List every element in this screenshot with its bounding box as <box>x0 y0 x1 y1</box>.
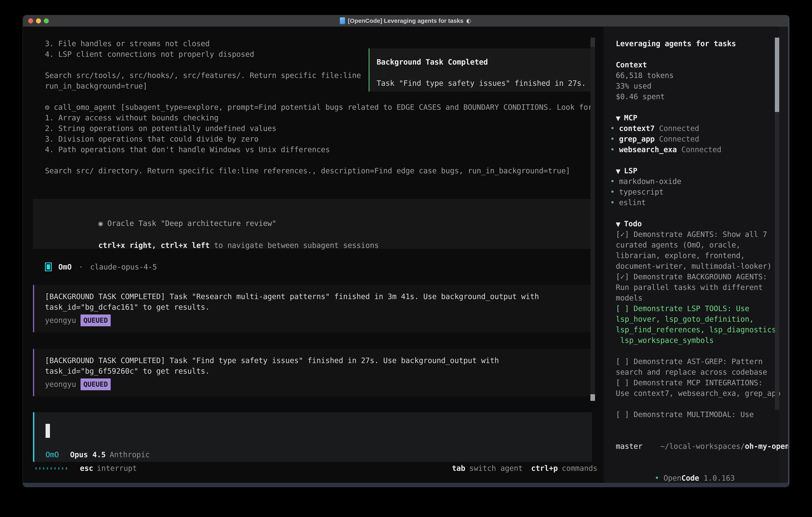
todo-line: [ ] Demonstrate LSP TOOLS: Use <box>616 303 780 314</box>
workspace-branch: master <box>616 441 643 452</box>
todo-line: Run parallel tasks with different <box>616 282 780 293</box>
main-scrollbar-segment[interactable] <box>590 37 595 47</box>
sidebar-scrollbar-thumb[interactable] <box>775 37 779 112</box>
agent-name: OmO <box>58 262 72 272</box>
esc-key-label: interrupt <box>97 463 137 473</box>
sidebar: Leveraging agents for tasks Context 66,5… <box>604 27 788 483</box>
mcp-section-header[interactable]: ▼MCP <box>616 113 637 124</box>
spinner-dot <box>39 467 40 470</box>
status-dot-icon: • <box>610 135 615 143</box>
todo-line: [✓] Demonstrate BACKGROUND AGENTS: <box>616 272 780 282</box>
mcp-item: •websearch_exa Connected <box>610 144 722 155</box>
spinner-dot <box>43 467 45 470</box>
spinner-dot <box>54 467 56 470</box>
status-dot-icon: • <box>655 474 659 483</box>
spinner-dot <box>62 467 63 470</box>
context-stats: 66,518 tokens33% used$0.46 spent <box>616 70 674 102</box>
todo-line: lsp_hover, lsp_goto_definition, <box>616 314 780 324</box>
todo-section-header[interactable]: ▼Todo <box>616 219 642 229</box>
prompt-input[interactable]: OmO Opus 4.5 Anthropic <box>33 412 592 462</box>
status-dot-icon: • <box>610 177 615 186</box>
todo-line: [ ] Demonstrate MCP INTEGRATIONS: <box>616 377 780 388</box>
main-scrollbar-track[interactable] <box>590 37 595 401</box>
todo-line: lsp_find_references, lsp_diagnostics, <box>616 324 780 335</box>
notification-body: Task "Find type safety issues" finished … <box>377 78 586 88</box>
todo-line: [ ] Demonstrate MULTIMODAL: Use <box>616 409 780 420</box>
todo-line: Use context7, websearch_exa, grep_app <box>616 388 780 399</box>
terminal-line: ⚙ call_omo_agent [subagent_type=explore,… <box>45 102 592 113</box>
target-icon: ◉ <box>98 219 103 228</box>
spinner-dot <box>51 467 52 470</box>
input-meta: OmO Opus 4.5 Anthropic <box>46 450 150 460</box>
terminal-line <box>45 91 592 102</box>
status-badge: QUEUED <box>81 315 111 326</box>
document-icon <box>340 18 345 24</box>
todo-line <box>616 399 780 409</box>
todo-line: document-writer, multimodal-looker) <box>616 261 780 272</box>
input-provider: Anthropic <box>110 450 150 460</box>
window-titlebar[interactable]: [OpenCode] Leveraging agents for tasks ◐ <box>23 15 788 27</box>
context-stat-line: $0.46 spent <box>616 91 674 102</box>
status-bar: esc interrupt tab switch agent ctrl+p co… <box>23 463 604 473</box>
todo-line: [✓] Demonstrate AGENTS: Show all 7 <box>616 229 780 240</box>
context-stat-line: 33% used <box>616 81 674 91</box>
input-agent: OmO <box>46 450 59 460</box>
chevron-down-icon: ▼ <box>616 221 620 228</box>
terminal-line: 4. Path operations that don't handle Win… <box>45 144 592 155</box>
sidebar-scrollbar-track[interactable] <box>775 112 779 410</box>
main-scrollbar-thumb[interactable] <box>590 394 595 401</box>
session-title: Leveraging agents for tasks <box>616 38 736 49</box>
background-task-message: [BACKGROUND TASK COMPLETED] Task "Resear… <box>33 285 592 332</box>
terminal-main-pane: 3. File handles or streams not closed4. … <box>23 27 604 483</box>
separator-dot: · <box>79 262 83 272</box>
todo-line <box>616 346 780 356</box>
oracle-task-panel: ◉ Oracle Task "Deep architecture review"… <box>33 199 591 249</box>
todo-line: [ ] Demonstrate AST-GREP: Pattern <box>616 356 780 367</box>
ctrlp-key-hint: ctrl+p <box>531 463 558 473</box>
message-user: yeongyu <box>45 315 76 326</box>
app-window: [OpenCode] Leveraging agents for tasks ◐… <box>23 15 789 487</box>
window-content: 3. File handles or streams not closed4. … <box>23 27 788 483</box>
chevron-down-icon: ▼ <box>616 115 620 122</box>
window-title-text: [OpenCode] Leveraging agents for tasks <box>348 15 463 27</box>
message-user: yeongyu <box>45 379 76 390</box>
context-stat-line: 66,518 tokens <box>616 70 674 81</box>
ctrlp-key-label: commands <box>562 463 598 473</box>
half-moon-icon: ◐ <box>466 15 471 27</box>
tab-key-hint: tab <box>452 463 465 473</box>
agent-session-header: OmO · claude-opus-4-5 <box>45 261 157 273</box>
spinner-dot <box>58 467 60 470</box>
tab-key-label: switch agent <box>469 463 523 473</box>
message-line: [BACKGROUND TASK COMPLETED] Task "Resear… <box>45 291 539 302</box>
gear-icon: ⚙ <box>45 103 49 112</box>
todo-line: models <box>616 293 780 303</box>
message-line: task_id="bg_dcfac161" to get results. <box>45 302 210 312</box>
context-heading: Context <box>616 60 647 70</box>
message-line: [BACKGROUND TASK COMPLETED] Task "Find t… <box>45 355 499 366</box>
agent-square-icon <box>45 263 52 271</box>
terminal-line <box>45 155 592 166</box>
lsp-item: •typescript <box>610 187 681 197</box>
message-line: task_id="bg_6f59260c" to get results. <box>45 366 210 377</box>
mcp-list: •context7 Connected•grep_app Connected•w… <box>610 123 722 155</box>
status-dot-icon: • <box>610 145 615 154</box>
status-dot-icon: • <box>610 124 615 133</box>
mcp-item: •context7 Connected <box>610 123 722 134</box>
todo-line: lsp_workspace_symbols <box>616 335 780 346</box>
text-cursor <box>46 424 50 438</box>
chevron-down-icon: ▼ <box>616 168 620 175</box>
status-badge: QUEUED <box>81 378 111 390</box>
window-title: [OpenCode] Leveraging agents for tasks ◐ <box>23 15 788 27</box>
terminal-line: 3. File handles or streams not closed <box>45 38 592 49</box>
terminal-line: 3. Division operations that could divide… <box>45 134 592 144</box>
lsp-section-header[interactable]: ▼LSP <box>616 166 637 176</box>
background-task-message: [BACKGROUND TASK COMPLETED] Task "Find t… <box>33 349 592 396</box>
agent-model: claude-opus-4-5 <box>90 262 157 272</box>
mcp-item: •grep_app Connected <box>610 134 722 144</box>
status-dot-icon: • <box>610 188 615 196</box>
lsp-list: •markdown-oxide•typescript•eslint <box>610 176 681 208</box>
lsp-item: •markdown-oxide <box>610 176 681 187</box>
spinner-dot <box>35 467 37 470</box>
notification-title: Background Task Completed <box>377 57 488 67</box>
desktop: [OpenCode] Leveraging agents for tasks ◐… <box>0 0 812 517</box>
